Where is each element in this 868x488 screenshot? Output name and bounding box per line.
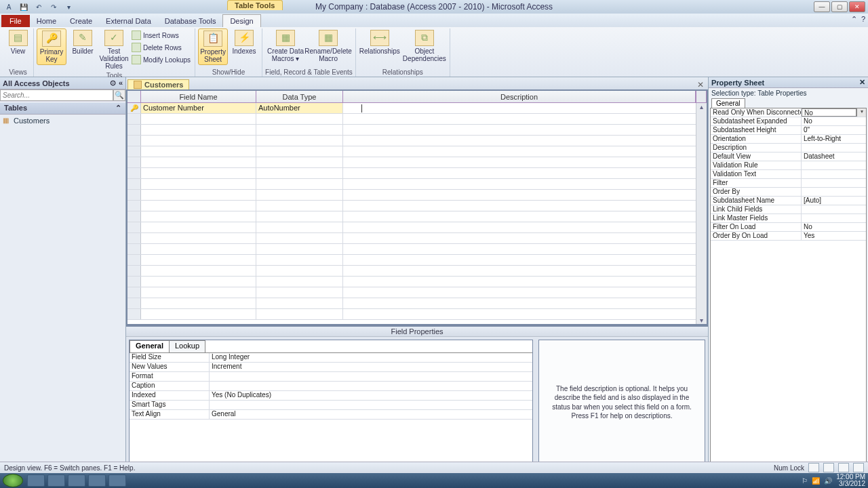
row-selector[interactable] [127, 136, 141, 146]
row-selector[interactable] [127, 298, 141, 308]
ps-prop-value[interactable] [802, 144, 866, 152]
design-row[interactable] [127, 179, 707, 190]
test-validation-button[interactable]: ✓Test Validation Rules [99, 28, 129, 71]
design-row[interactable] [127, 136, 707, 146]
ps-prop-value[interactable]: Datasheet [802, 152, 866, 161]
design-grid-body[interactable]: 🔑Customer NumberAutoNumber ▴▾ [127, 103, 707, 324]
col-header-type[interactable]: Data Type [256, 91, 343, 102]
description-cell[interactable] [343, 222, 707, 232]
row-selector[interactable] [127, 244, 141, 254]
ps-row[interactable]: Filter On LoadNo [711, 223, 866, 232]
field-prop-row[interactable]: Text AlignGeneral [130, 410, 532, 420]
data-type-cell[interactable] [256, 287, 343, 298]
tray-network-icon[interactable]: 📶 [812, 477, 820, 485]
field-name-cell[interactable] [141, 266, 256, 276]
design-row[interactable] [127, 287, 707, 298]
field-name-cell[interactable] [141, 244, 256, 254]
data-type-cell[interactable] [256, 233, 343, 243]
prop-value[interactable] [210, 372, 532, 381]
minimize-ribbon-icon[interactable]: ⌃ [851, 15, 857, 24]
description-cell[interactable] [343, 114, 707, 124]
row-selector[interactable] [127, 309, 141, 319]
design-row[interactable] [127, 114, 707, 125]
home-tab[interactable]: Home [30, 15, 63, 27]
field-prop-row[interactable]: IndexedYes (No Duplicates) [130, 391, 532, 401]
tab-general[interactable]: General [130, 340, 170, 352]
maximize-button[interactable]: ▢ [831, 1, 848, 12]
prop-value[interactable]: Yes (No Duplicates) [210, 391, 532, 400]
start-button[interactable] [3, 474, 23, 487]
col-header-field[interactable]: Field Name [141, 91, 256, 102]
design-row[interactable] [127, 190, 707, 201]
data-type-cell[interactable] [256, 244, 343, 254]
description-cell[interactable] [343, 125, 707, 135]
data-type-cell[interactable] [256, 298, 343, 308]
field-prop-row[interactable]: Caption [130, 382, 532, 391]
relationships-button[interactable]: ⟷Relationships [359, 28, 401, 56]
ps-prop-value[interactable]: 0" [802, 126, 866, 134]
description-cell[interactable] [343, 244, 707, 254]
nav-collapse-icon[interactable]: « [119, 79, 123, 87]
qat-customize-icon[interactable]: ▾ [62, 1, 75, 12]
data-type-cell[interactable] [256, 125, 343, 135]
description-cell[interactable] [343, 157, 707, 167]
data-type-cell[interactable] [256, 255, 343, 265]
row-selector[interactable]: 🔑 [127, 103, 141, 113]
tray-flag-icon[interactable]: ⚐ [802, 477, 808, 485]
field-name-cell[interactable] [141, 146, 256, 157]
ps-tab-general[interactable]: General [711, 98, 745, 108]
ps-prop-value[interactable] [802, 214, 866, 222]
ps-row[interactable]: Validation Text [711, 170, 866, 179]
data-type-cell[interactable]: AutoNumber [256, 103, 343, 113]
nav-dropdown-icon[interactable]: ⊙ [110, 79, 116, 87]
row-selector[interactable] [127, 190, 141, 200]
row-selector[interactable] [127, 287, 141, 298]
insert-rows-button[interactable]: Insert Rows [130, 30, 192, 41]
row-selector[interactable] [127, 168, 141, 178]
row-selector[interactable] [127, 114, 141, 124]
field-name-cell[interactable] [141, 168, 256, 178]
field-name-cell[interactable] [141, 125, 256, 135]
taskbar-folder-icon[interactable] [68, 474, 85, 487]
data-type-cell[interactable] [256, 277, 343, 287]
design-row[interactable] [127, 255, 707, 266]
vertical-scrollbar[interactable]: ▴▾ [696, 103, 707, 324]
prop-value[interactable]: General [210, 410, 532, 419]
ps-row[interactable]: Default ViewDatasheet [711, 152, 866, 161]
external-data-tab[interactable]: External Data [99, 15, 158, 27]
field-name-cell[interactable] [141, 255, 256, 265]
design-row[interactable] [127, 201, 707, 211]
ps-prop-value[interactable] [802, 205, 866, 214]
data-type-cell[interactable] [256, 157, 343, 167]
access-app-icon[interactable]: A [3, 1, 15, 12]
field-name-cell[interactable] [141, 287, 256, 298]
design-row[interactable] [127, 157, 707, 168]
field-prop-row[interactable]: Format [130, 372, 532, 382]
data-type-cell[interactable] [256, 179, 343, 189]
pivot-view-button[interactable] [838, 463, 849, 472]
row-selector[interactable] [127, 146, 141, 157]
tab-customers[interactable]: Customers [127, 79, 189, 89]
row-selector[interactable] [127, 222, 141, 232]
row-selector[interactable] [127, 179, 141, 189]
taskbar-media-icon[interactable] [88, 474, 106, 487]
design-row[interactable] [127, 244, 707, 255]
rename-delete-macro-button[interactable]: ▦Rename/Delete Macro [307, 28, 349, 64]
description-cell[interactable] [343, 298, 707, 308]
taskbar-firefox-icon[interactable] [47, 474, 65, 487]
field-name-cell[interactable] [141, 114, 256, 124]
design-row[interactable] [127, 125, 707, 136]
field-properties-grid[interactable]: Field SizeLong IntegerNew ValuesIncremen… [130, 352, 532, 464]
row-selector[interactable] [127, 157, 141, 167]
ps-prop-value[interactable] [802, 179, 866, 187]
ps-prop-value[interactable]: Yes [802, 232, 866, 240]
tab-lookup[interactable]: Lookup [169, 340, 205, 352]
pivotchart-view-button[interactable] [853, 463, 864, 472]
description-cell[interactable] [343, 146, 707, 157]
field-name-cell[interactable] [141, 201, 256, 211]
col-header-desc[interactable]: Description [343, 91, 696, 102]
clock-date[interactable]: 3/3/2012 [836, 481, 865, 487]
nav-header[interactable]: All Access Objects ⊙ « [0, 77, 125, 89]
ps-row[interactable]: Subdatasheet Name[Auto] [711, 197, 866, 205]
row-selector[interactable] [127, 277, 141, 287]
